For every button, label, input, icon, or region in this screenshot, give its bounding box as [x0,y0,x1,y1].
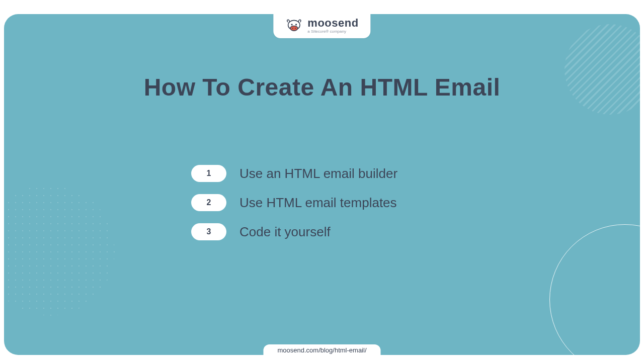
brand-text: moosend a Sitecore® company [307,18,358,34]
step-text: Use an HTML email builder [239,166,397,182]
brand-name: moosend [307,18,358,29]
list-item: 3 Code it yourself [191,223,453,240]
step-number-badge: 1 [191,165,226,182]
steps-list: 1 Use an HTML email builder 2 Use HTML e… [4,165,640,240]
list-item: 1 Use an HTML email builder [191,165,453,182]
svg-point-5 [295,28,296,29]
decorative-ring [549,224,640,355]
step-number-badge: 3 [191,223,226,240]
slide-card: moosend a Sitecore® company How To Creat… [4,14,640,355]
step-text: Use HTML email templates [239,195,397,211]
brand-logo-tab: moosend a Sitecore® company [273,14,370,38]
decorative-stripes [565,24,640,115]
svg-point-3 [290,26,298,31]
footer-url: moosend.com/blog/html-email/ [263,344,380,355]
slide-canvas: moosend a Sitecore® company How To Creat… [0,0,644,362]
svg-point-4 [292,28,293,29]
step-text: Code it yourself [239,224,331,240]
list-item: 2 Use HTML email templates [191,194,453,211]
slide-title: How To Create An HTML Email [4,73,640,101]
svg-point-1 [291,24,293,25]
brand-tagline: a Sitecore® company [307,30,358,34]
moosend-cow-icon [285,17,302,34]
step-number-badge: 2 [191,194,226,211]
svg-point-2 [295,24,297,25]
